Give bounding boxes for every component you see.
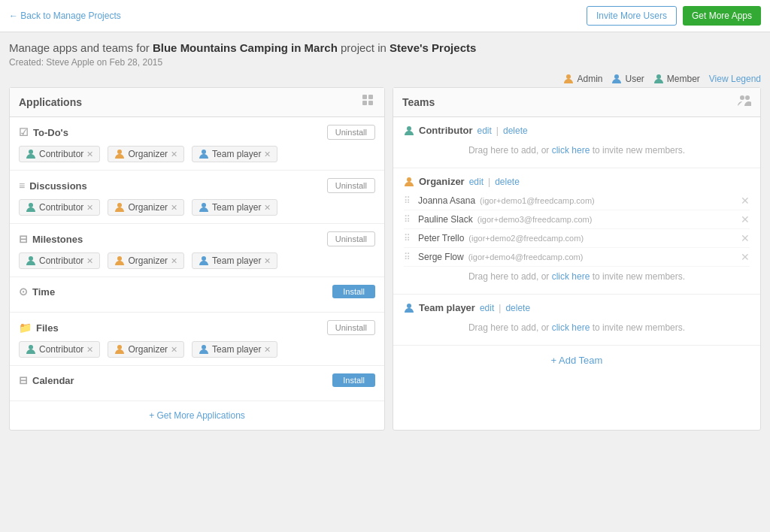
discussions-role-contributor[interactable]: Contributor ✕ <box>19 199 100 216</box>
svg-point-18 <box>202 345 206 349</box>
teams-title: Teams <box>402 96 435 108</box>
milestones-contributor-remove[interactable]: ✕ <box>86 256 93 266</box>
files-team-player-remove[interactable]: ✕ <box>264 345 271 355</box>
discussions-role-organizer[interactable]: Organizer ✕ <box>108 199 184 216</box>
todos-contributor-remove[interactable]: ✕ <box>86 150 93 159</box>
files-role-contributor[interactable]: Contributor ✕ <box>19 341 100 358</box>
app-todos: ☑ To-Do's Uninstall Contributor ✕ Organi… <box>10 117 384 171</box>
files-roles: Contributor ✕ Organizer ✕ Team player ✕ <box>19 341 375 358</box>
get-more-apps-link[interactable]: + Get More Applications <box>10 401 384 430</box>
team-player-edit-link[interactable]: edit <box>480 303 494 313</box>
files-contributor-remove[interactable]: ✕ <box>86 345 93 355</box>
member-pauline-name: Pauline Slack <box>418 214 473 225</box>
time-install-button[interactable]: Install <box>332 285 375 298</box>
team-player-delete-link[interactable]: delete <box>505 303 530 313</box>
files-role-organizer[interactable]: Organizer ✕ <box>108 341 184 358</box>
app-todos-label: To-Do's <box>33 127 68 138</box>
todos-icon: ☑ <box>19 126 29 138</box>
calendar-install-button[interactable]: Install <box>332 373 375 387</box>
organizer-team-name: Organizer <box>419 176 465 187</box>
contributor-edit-link[interactable]: edit <box>477 125 491 136</box>
member-serge-drag[interactable]: ⠿ <box>404 252 411 262</box>
discussions-team-player-remove[interactable]: ✕ <box>264 203 271 213</box>
svg-rect-5 <box>362 101 367 105</box>
discussions-role-team-player[interactable]: Team player ✕ <box>192 199 277 216</box>
svg-point-9 <box>202 150 206 154</box>
app-calendar-label: Calendar <box>32 375 74 386</box>
contributor-team-name: Contributor <box>419 125 472 136</box>
app-milestones-header: ⊟ Milestones Uninstall <box>19 231 375 246</box>
app-files: 📁 Files Uninstall Contributor ✕ Organize… <box>10 313 384 366</box>
svg-point-19 <box>740 95 744 100</box>
files-role-team-player[interactable]: Team player ✕ <box>192 341 277 358</box>
contributor-team-icon <box>404 125 414 136</box>
app-files-header: 📁 Files Uninstall <box>19 320 375 335</box>
milestones-uninstall-button[interactable]: Uninstall <box>327 231 375 246</box>
milestones-roles: Contributor ✕ Organizer ✕ Team player ✕ <box>19 252 375 269</box>
milestones-icon: ⊟ <box>19 233 28 245</box>
todos-role-team-player[interactable]: Team player ✕ <box>192 146 277 162</box>
app-milestones-name: ⊟ Milestones <box>19 233 83 245</box>
invite-users-button[interactable]: Invite More Users <box>587 6 677 26</box>
member-pauline-drag[interactable]: ⠿ <box>404 214 411 225</box>
todos-uninstall-button[interactable]: Uninstall <box>327 125 375 140</box>
discussions-organizer-remove[interactable]: ✕ <box>171 203 177 213</box>
organizer-delete-link[interactable]: delete <box>495 177 520 187</box>
app-calendar-header: ⊟ Calendar Install <box>19 373 375 387</box>
todos-roles: Contributor ✕ Organizer ✕ Team player ✕ <box>19 146 375 162</box>
app-files-name: 📁 Files <box>19 322 59 334</box>
member-pauline-remove[interactable]: ✕ <box>741 213 750 225</box>
team-player-drag-hint: Drag here to add, or click here to invit… <box>404 318 750 337</box>
legend-bar: Admin User Member View Legend <box>0 71 770 87</box>
view-legend-link[interactable]: View Legend <box>709 74 761 84</box>
todos-team-player-remove[interactable]: ✕ <box>264 150 271 159</box>
todos-role-organizer[interactable]: Organizer ✕ <box>108 146 184 162</box>
todos-organizer-remove[interactable]: ✕ <box>171 150 177 159</box>
milestones-role-contributor[interactable]: Contributor ✕ <box>19 252 100 269</box>
todos-organizer-label: Organizer <box>128 149 168 159</box>
team-player-click-here[interactable]: click here <box>552 322 590 333</box>
contributor-click-here[interactable]: click here <box>552 145 590 156</box>
svg-point-20 <box>745 95 750 100</box>
app-todos-name: ☑ To-Do's <box>19 126 68 138</box>
member-pauline-info: ⠿ Pauline Slack (igor+demo3@freedcamp.co… <box>404 214 592 225</box>
back-link[interactable]: ← Back to Manage Projects <box>9 11 121 21</box>
member-serge-remove[interactable]: ✕ <box>741 251 750 263</box>
todos-role-contributor[interactable]: Contributor ✕ <box>19 146 100 162</box>
member-serge: ⠿ Serge Flow (igor+demo4@freedcamp.com) … <box>404 248 750 267</box>
milestones-role-team-player[interactable]: Team player ✕ <box>192 252 277 269</box>
contributor-delete-link[interactable]: delete <box>503 125 528 136</box>
files-uninstall-button[interactable]: Uninstall <box>327 320 375 335</box>
milestones-role-organizer[interactable]: Organizer ✕ <box>108 252 184 269</box>
team-organizer: Organizer edit | delete ⠿ Joanna Asana (… <box>393 168 760 295</box>
app-milestones: ⊟ Milestones Uninstall Contributor ✕ Org… <box>10 224 384 277</box>
svg-point-17 <box>117 345 122 349</box>
svg-point-12 <box>202 203 206 207</box>
svg-point-10 <box>29 203 33 207</box>
member-peter-remove[interactable]: ✕ <box>741 232 750 244</box>
app-calendar-name: ⊟ Calendar <box>19 374 74 386</box>
team-contributor-header: Contributor edit | delete <box>404 125 750 136</box>
milestones-team-player-remove[interactable]: ✕ <box>264 256 271 266</box>
svg-point-16 <box>29 345 33 349</box>
top-buttons: Invite More Users Get More Apps <box>587 6 761 26</box>
organizer-edit-link[interactable]: edit <box>469 177 484 187</box>
discussions-uninstall-button[interactable]: Uninstall <box>327 178 375 193</box>
add-team-link[interactable]: + Add Team <box>393 346 760 375</box>
app-calendar: ⊟ Calendar Install <box>10 366 384 401</box>
svg-rect-4 <box>368 95 373 99</box>
teams-panel: Teams Contributor edit | delete Drag her… <box>393 87 761 431</box>
member-joanna-drag[interactable]: ⠿ <box>404 195 411 206</box>
discussions-contributor-remove[interactable]: ✕ <box>86 203 93 213</box>
applications-panel-header: Applications <box>10 88 384 117</box>
organizer-click-here[interactable]: click here <box>552 271 590 282</box>
project-name: Blue Mountains Camping in March <box>153 41 338 54</box>
app-time-header: ⊙ Time Install <box>19 285 375 298</box>
legend-member-label: Member <box>667 74 700 84</box>
get-more-apps-button[interactable]: Get More Apps <box>683 6 761 26</box>
member-joanna-remove[interactable]: ✕ <box>741 195 750 207</box>
app-discussions-label: Discussions <box>29 180 87 192</box>
milestones-organizer-remove[interactable]: ✕ <box>171 256 177 266</box>
member-peter-drag[interactable]: ⠿ <box>404 233 411 243</box>
files-organizer-remove[interactable]: ✕ <box>171 345 177 355</box>
